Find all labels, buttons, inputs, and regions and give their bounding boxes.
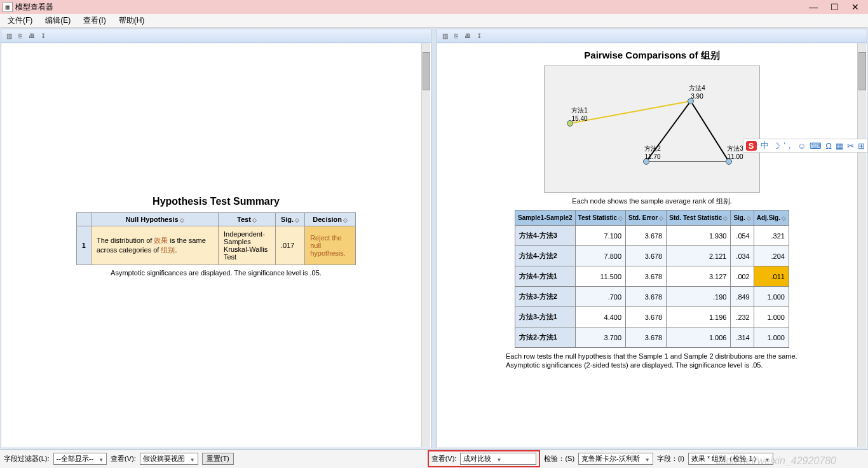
footer-left: 字段过滤器(L): --全部显示-- 查看(V): 假设摘要视图 重置(T)	[0, 449, 424, 468]
cell-stat: 7.800	[575, 246, 626, 266]
menu-help[interactable]: 帮助(H)	[114, 14, 150, 27]
test-label: 检验：(S)	[544, 454, 574, 464]
svg-line-0	[570, 101, 691, 123]
cell-sig: .232	[731, 307, 754, 327]
col-test[interactable]: Test	[218, 213, 275, 226]
table-row[interactable]: 方法2-方法13.7003.6781.006.3141.000	[515, 327, 789, 348]
split-divider[interactable]	[432, 28, 436, 449]
cell-stat: 4.400	[575, 307, 626, 327]
test-select[interactable]: 克鲁斯卡尔-沃利斯	[578, 453, 653, 465]
cell-sig: .034	[731, 246, 754, 266]
close-button[interactable]: ✕	[851, 2, 859, 12]
row-idx: 1	[76, 226, 91, 265]
field-label: 字段：(I)	[657, 454, 684, 464]
row-decision: Reject the null hypothesis.	[305, 226, 356, 265]
ime-moon-icon[interactable]: ☽	[773, 141, 780, 151]
menu-edit[interactable]: 编辑(E)	[40, 14, 76, 27]
filter-label: 字段过滤器(L):	[4, 454, 50, 464]
title-bar: ▦ 模型查看器 — ☐ ✕	[0, 0, 868, 14]
ime-omega-icon[interactable]: Ω	[825, 141, 832, 151]
cell-stat: .700	[575, 287, 626, 307]
ime-box-icon[interactable]: ▦	[836, 141, 843, 151]
table-row[interactable]: 方法4-方法27.8003.6782.121.034.204	[515, 246, 789, 266]
pcol-std[interactable]: Std. Test Statistic	[667, 210, 731, 226]
view-select-r[interactable]: 成对比较	[460, 453, 536, 465]
pcol-stat[interactable]: Test Statistic	[575, 210, 626, 226]
right-scrollbar[interactable]	[857, 43, 866, 447]
cell-adj: .011	[754, 266, 789, 287]
row-test: Independent-Samples Kruskal-Wallis Test	[218, 226, 275, 265]
col-null[interactable]: Null Hypothesis	[91, 213, 218, 226]
col-sig[interactable]: Sig.	[275, 213, 304, 226]
cell-std: 1.930	[667, 226, 731, 246]
ime-grid-icon[interactable]: ⊞	[858, 141, 865, 151]
pcol-se[interactable]: Std. Error	[626, 210, 667, 226]
pairwise-foot: Each row tests the null hypothesis that …	[506, 352, 798, 370]
cell-pair: 方法4-方法2	[515, 246, 576, 266]
cell-std: 3.127	[667, 266, 731, 287]
copy-icon[interactable]: ⎘	[15, 31, 25, 41]
cell-std: 1.006	[667, 327, 731, 348]
minimize-button[interactable]: —	[809, 2, 818, 12]
cell-se: 3.678	[626, 246, 667, 266]
left-pane: ▥ ⎘ 🖶 ↧ Hypothesis Test Summary Null Hyp…	[1, 29, 431, 448]
cell-pair: 方法4-方法1	[515, 266, 576, 287]
maximize-button[interactable]: ☐	[831, 2, 839, 12]
app-icon: ▦	[3, 2, 13, 12]
ime-toolbar[interactable]: S 中 ☽ '， ☺ ⌨ Ω ▦ ✂ ⊞	[743, 139, 868, 153]
chart-icon[interactable]: ▥	[4, 31, 14, 41]
cell-adj: 1.000	[754, 307, 789, 327]
print-icon[interactable]: 🖶	[27, 31, 37, 41]
pivot-icon[interactable]: ↧	[38, 31, 48, 41]
cell-adj: .321	[754, 226, 789, 246]
view-select[interactable]: 假设摘要视图	[140, 453, 198, 465]
right-toolbar: ▥ ⎘ 🖶 ↧	[437, 29, 867, 43]
row-null: The distribution of 效果 is the same acros…	[91, 226, 218, 265]
menu-bar: 文件(F) 编辑(E) 查看(I) 帮助(H)	[0, 14, 868, 28]
menu-file[interactable]: 文件(F)	[3, 14, 37, 27]
left-scrollbar[interactable]	[421, 43, 430, 447]
col-decision[interactable]: Decision	[305, 213, 356, 226]
chart-icon[interactable]: ▥	[440, 31, 450, 41]
pairwise-chart: 方法115.40 方法43.90 方法211.70 方法311.00	[544, 65, 760, 193]
pcol-pair[interactable]: Sample1-Sample2	[515, 210, 576, 226]
ime-punct-icon[interactable]: '，	[784, 140, 794, 151]
cell-adj: .204	[754, 246, 789, 266]
cell-stat: 11.500	[575, 266, 626, 287]
cell-std: .190	[667, 287, 731, 307]
cell-std: 1.196	[667, 307, 731, 327]
ime-emoji-icon[interactable]: ☺	[797, 141, 806, 151]
table-row[interactable]: 方法3-方法2.7003.678.190.8491.000	[515, 287, 789, 307]
hypothesis-title: Hypothesis Test Summary	[8, 196, 424, 207]
pairwise-title: Pairwise Comparisons of 组别	[444, 50, 860, 62]
right-pane: ▥ ⎘ 🖶 ↧ Pairwise Comparisons of 组别 方法115…	[437, 29, 867, 448]
cell-pair: 方法2-方法1	[515, 327, 576, 348]
cell-stat: 7.100	[575, 226, 626, 246]
cell-pair: 方法4-方法3	[515, 226, 576, 246]
ime-crop-icon[interactable]: ✂	[847, 141, 854, 151]
ime-keyboard-icon[interactable]: ⌨	[810, 141, 822, 151]
cell-se: 3.678	[626, 327, 667, 348]
table-row[interactable]: 方法3-方法14.4003.6781.196.2321.000	[515, 307, 789, 327]
row-sig: .017	[275, 226, 304, 265]
cell-se: 3.678	[626, 307, 667, 327]
cell-pair: 方法3-方法1	[515, 307, 576, 327]
cell-se: 3.678	[626, 266, 667, 287]
ime-logo-icon: S	[746, 141, 757, 151]
cell-se: 3.678	[626, 287, 667, 307]
ime-lang-icon[interactable]: 中	[761, 140, 769, 151]
pcol-sig[interactable]: Sig.	[731, 210, 754, 226]
cell-sig: .002	[731, 266, 754, 287]
pcol-adj[interactable]: Adj.Sig.	[754, 210, 789, 226]
view-label: 查看(V):	[111, 454, 136, 464]
filter-select[interactable]: --全部显示--	[53, 453, 107, 465]
table-row[interactable]: 方法4-方法111.5003.6783.127.002.011	[515, 266, 789, 287]
reset-button[interactable]: 重置(T)	[202, 453, 234, 465]
table-row[interactable]: 方法4-方法37.1003.6781.930.054.321	[515, 226, 789, 246]
copy-icon[interactable]: ⎘	[451, 31, 461, 41]
menu-view[interactable]: 查看(I)	[78, 14, 111, 27]
pivot-icon[interactable]: ↧	[474, 31, 484, 41]
print-icon[interactable]: 🖶	[463, 31, 473, 41]
col-idx[interactable]	[76, 213, 91, 226]
table-row[interactable]: 1 The distribution of 效果 is the same acr…	[76, 226, 355, 265]
